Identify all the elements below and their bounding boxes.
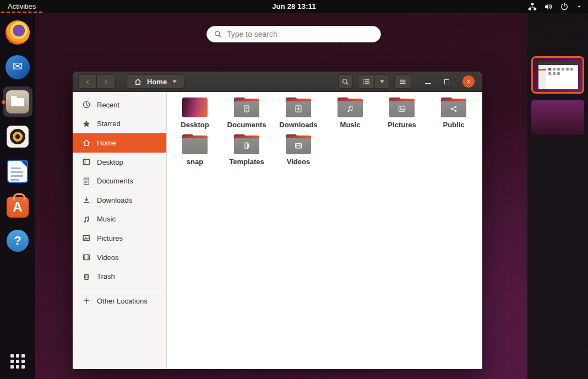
trash-icon bbox=[82, 272, 91, 281]
dock-item-firefox[interactable] bbox=[0, 15, 35, 50]
sidebar-item-documents[interactable]: Documents bbox=[73, 171, 166, 191]
libreoffice-writer-icon bbox=[7, 160, 28, 183]
folder-grid: Desktop Documents bbox=[171, 98, 482, 166]
wallpaper-folder-icon bbox=[182, 98, 208, 117]
folder-icon bbox=[182, 134, 208, 154]
show-applications-button[interactable] bbox=[0, 348, 35, 375]
download-icon bbox=[82, 196, 91, 204]
maximize-button[interactable] bbox=[444, 79, 449, 84]
files-icon bbox=[6, 90, 29, 113]
dock-item-files[interactable] bbox=[0, 84, 35, 119]
top-bar: Activities Jun 28 13:11 bbox=[0, 0, 588, 13]
desktop-overview: Activities Jun 28 13:11 bbox=[0, 0, 588, 379]
volume-icon bbox=[544, 2, 553, 11]
search-icon bbox=[341, 78, 350, 86]
chevron-down-icon bbox=[379, 79, 385, 84]
dock-item-help[interactable]: ? bbox=[0, 223, 35, 258]
sidebar-item-recent[interactable]: Recent bbox=[73, 95, 166, 115]
system-status-area[interactable] bbox=[528, 0, 582, 13]
folder-desktop[interactable]: Desktop bbox=[171, 98, 219, 129]
document-icon bbox=[82, 177, 91, 186]
sidebar-item-trash[interactable]: Trash bbox=[73, 267, 166, 286]
desktop-icon bbox=[82, 158, 91, 166]
ubuntu-software-icon: A bbox=[7, 197, 29, 218]
folder-icon bbox=[337, 98, 363, 117]
list-view-icon bbox=[362, 78, 371, 86]
sidebar-item-label: Trash bbox=[97, 272, 115, 280]
search-icon bbox=[214, 30, 222, 39]
sidebar-item-label: Videos bbox=[97, 253, 119, 262]
envelope-glyph: ✉ bbox=[13, 59, 23, 73]
sidebar-item-label: Recent bbox=[97, 101, 119, 109]
folder-label: Documents bbox=[227, 121, 266, 129]
chevron-down-icon bbox=[172, 79, 177, 84]
firefox-icon bbox=[6, 20, 30, 45]
sidebar-item-starred[interactable]: Starred bbox=[73, 115, 166, 134]
folder-icon bbox=[286, 98, 311, 117]
dock-item-thunderbird[interactable]: ✉ bbox=[0, 50, 35, 84]
folder-label: Pictures bbox=[388, 121, 416, 129]
folder-icon bbox=[234, 134, 259, 154]
location-button[interactable]: Home bbox=[127, 74, 184, 89]
sidebar-item-label: Other Locations bbox=[97, 297, 148, 305]
workspace-window-preview bbox=[538, 62, 578, 89]
back-button[interactable]: ‹ bbox=[78, 74, 97, 89]
view-options-button[interactable] bbox=[375, 74, 389, 89]
dock-item-libreoffice-writer[interactable] bbox=[0, 154, 35, 188]
sidebar-item-label: Pictures bbox=[97, 234, 123, 242]
places-sidebar: Recent Starred Home bbox=[73, 92, 167, 369]
list-view-button[interactable] bbox=[358, 74, 375, 89]
dock-item-ubuntu-software[interactable]: A bbox=[0, 188, 35, 223]
menu-button[interactable] bbox=[394, 74, 411, 89]
folder-icon bbox=[286, 134, 311, 154]
sidebar-item-home[interactable]: Home bbox=[73, 133, 166, 153]
folder-label: Templates bbox=[229, 158, 264, 166]
search-button[interactable] bbox=[338, 74, 353, 89]
recent-icon bbox=[82, 100, 91, 109]
sidebar-item-music[interactable]: Music bbox=[73, 210, 166, 229]
star-icon bbox=[82, 120, 91, 128]
folder-videos[interactable]: Videos bbox=[275, 134, 322, 166]
sidebar-item-downloads[interactable]: Downloads bbox=[73, 191, 166, 210]
minimize-button[interactable] bbox=[425, 83, 431, 84]
folder-snap[interactable]: snap bbox=[171, 134, 219, 166]
sidebar-item-label: Desktop bbox=[97, 158, 123, 166]
workspace-thumbnail-active[interactable] bbox=[531, 56, 584, 94]
dock: ✉ A ? bbox=[0, 13, 35, 379]
sidebar-item-pictures[interactable]: Pictures bbox=[73, 229, 166, 248]
close-button[interactable] bbox=[462, 75, 475, 88]
rhythmbox-icon bbox=[7, 126, 29, 148]
dock-item-rhythmbox[interactable] bbox=[0, 119, 35, 154]
folder-downloads[interactable]: Downloads bbox=[275, 98, 322, 129]
window-controls bbox=[425, 75, 477, 88]
file-list-area[interactable]: Desktop Documents bbox=[167, 92, 482, 369]
folder-label: snap bbox=[187, 158, 203, 166]
activities-button[interactable]: Activities bbox=[0, 0, 43, 13]
overview-search[interactable] bbox=[206, 26, 381, 42]
workspace-thumbnail-empty[interactable] bbox=[531, 100, 584, 135]
folder-pictures[interactable]: Pictures bbox=[378, 98, 426, 129]
network-icon bbox=[528, 2, 537, 11]
search-input[interactable] bbox=[227, 30, 374, 39]
templates-emblem bbox=[242, 141, 252, 150]
location-label: Home bbox=[147, 78, 167, 86]
sidebar-item-desktop[interactable]: Desktop bbox=[73, 153, 166, 172]
sidebar-item-label: Starred bbox=[97, 120, 121, 128]
window-titlebar[interactable]: ‹ › Home bbox=[73, 72, 482, 92]
thunderbird-icon: ✉ bbox=[6, 55, 30, 79]
picture-icon bbox=[82, 234, 91, 242]
folder-music[interactable]: Music bbox=[326, 98, 374, 129]
videos-emblem bbox=[294, 141, 303, 150]
clock[interactable]: Jun 28 13:11 bbox=[272, 2, 316, 10]
share-emblem bbox=[449, 104, 459, 113]
forward-button[interactable]: › bbox=[97, 74, 116, 89]
sidebar-item-videos[interactable]: Videos bbox=[73, 248, 166, 267]
folder-public[interactable]: Public bbox=[430, 98, 477, 129]
folder-templates[interactable]: Templates bbox=[223, 134, 270, 166]
sidebar-item-other-locations[interactable]: Other Locations bbox=[73, 291, 166, 311]
sidebar-item-label: Home bbox=[97, 139, 116, 147]
plus-icon bbox=[82, 296, 91, 305]
folder-documents[interactable]: Documents bbox=[223, 98, 270, 129]
home-icon bbox=[82, 138, 91, 147]
folder-label: Music bbox=[340, 121, 361, 129]
